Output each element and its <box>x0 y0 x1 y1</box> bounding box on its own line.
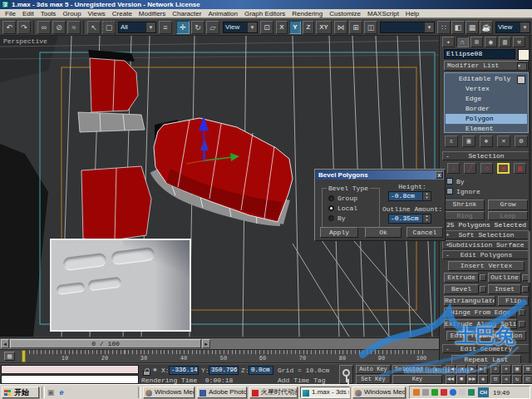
menu-create[interactable]: Create <box>109 10 135 17</box>
menu-edit[interactable]: Edit <box>19 10 37 17</box>
flip-button[interactable]: Flip <box>498 296 529 306</box>
extrude-button[interactable]: Extrude <box>444 273 479 283</box>
radio-local[interactable] <box>328 205 334 211</box>
menu-modifiers[interactable]: Modifiers <box>135 10 169 17</box>
hinge-from-edge-button[interactable]: Hinge From Edge <box>444 308 517 318</box>
title-bar[interactable]: 3 1.max - 3ds max 5 - Unregistered Versi… <box>0 0 532 9</box>
subobject-vertex-icon[interactable]: ∴ <box>447 163 460 174</box>
subobject-edge-icon[interactable]: ╱ <box>464 163 476 174</box>
stack-item-vertex[interactable]: Vertex <box>446 84 527 94</box>
select-and-rotate-icon[interactable]: ↻ <box>191 21 204 34</box>
axis-x-button[interactable]: X <box>276 21 288 34</box>
outline-spinner[interactable]: ▲▼ <box>422 214 431 223</box>
close-icon[interactable]: x <box>436 171 443 179</box>
absolute-offset-icon[interactable]: ◈ <box>153 366 157 373</box>
material-editor-icon[interactable]: ◧ <box>451 21 465 34</box>
maxscript-listener-line[interactable] <box>1 375 139 384</box>
bevel-button[interactable]: Bevel <box>444 284 479 294</box>
layer-manager-icon[interactable]: ◫ <box>364 21 377 34</box>
select-by-name-icon[interactable]: ≡ <box>159 21 172 34</box>
selection-filter-dropdown[interactable]: All▼ <box>118 22 156 33</box>
tray-icon[interactable] <box>422 389 429 396</box>
loop-button[interactable]: Loop <box>488 211 528 220</box>
tab-motion-icon[interactable]: ◉ <box>485 37 497 47</box>
tab-hierarchy-icon[interactable]: ⊞ <box>470 37 483 47</box>
menu-animation[interactable]: Animation <box>204 10 241 17</box>
radio-by-label[interactable]: By <box>337 214 346 222</box>
height-field[interactable]: -0.8cm ▲▼ <box>388 191 431 201</box>
rewind-icon[interactable]: ◄◄ <box>446 375 456 384</box>
menu-graph-editors[interactable]: Graph Editors <box>241 10 288 17</box>
named-selection-sets-dropdown[interactable]: ▼ <box>380 22 435 33</box>
radio-local-label[interactable]: Local <box>337 204 357 212</box>
mirror-icon[interactable]: ⋈ <box>334 21 347 34</box>
previous-frame-icon[interactable]: ◄ <box>1 339 9 348</box>
radio-by-polygon[interactable] <box>328 215 334 221</box>
stack-item-polygon[interactable]: Polygon <box>446 114 527 124</box>
shrink-button[interactable]: Shrink <box>445 200 485 210</box>
zoom-extents-icon[interactable]: ▣ <box>512 365 522 374</box>
subobject-element-icon[interactable]: ▦ <box>514 163 526 174</box>
key-filters-button[interactable]: Key Filters... <box>392 375 442 384</box>
render-scene-icon[interactable]: ▦ <box>466 21 479 34</box>
modifier-toggle-icon[interactable] <box>517 76 525 84</box>
ok-button[interactable]: Ok <box>365 227 401 238</box>
axis-y-button[interactable]: Y <box>289 21 301 34</box>
extrude-along-spline-settings-button[interactable] <box>519 321 525 328</box>
subobject-polygon-icon[interactable]: ■ <box>497 163 510 174</box>
height-spinner[interactable]: ▲▼ <box>422 192 431 200</box>
selected-dropdown[interactable]: Selected ▼ <box>392 365 442 374</box>
schematic-view-icon[interactable]: ∷ <box>437 21 451 34</box>
language-indicator[interactable]: CH <box>478 387 489 397</box>
tray-icon[interactable] <box>468 389 475 396</box>
dialog-title-bar[interactable]: Bevel Polygons <box>316 170 444 180</box>
taskbar-item-photoshop[interactable]: Adobe Photoshop <box>197 387 247 398</box>
scrollbar-thumb[interactable] <box>528 231 530 283</box>
edit-triangulation-button[interactable]: Edit Triangulation <box>446 331 526 341</box>
stack-item-editable-poly[interactable]: Editable Poly <box>446 74 527 84</box>
time-slider[interactable]: ◄ 0 / 100 ► <box>0 337 439 350</box>
time-slider-handle[interactable]: 0 / 100 <box>10 339 201 348</box>
menu-help[interactable]: Help <box>402 10 422 17</box>
add-time-tag[interactable]: Add Time Tag <box>278 377 326 384</box>
inset-button[interactable]: Inset <box>488 284 521 294</box>
axis-xy-button[interactable]: XY <box>316 21 332 34</box>
tab-utilities-icon[interactable]: ⚒ <box>513 37 525 47</box>
stack-item-element[interactable]: Element <box>446 124 527 134</box>
menu-rendering[interactable]: Rendering <box>288 10 326 17</box>
play-animation-icon[interactable]: ► <box>467 365 477 374</box>
stack-item-edge[interactable]: Edge <box>446 94 527 104</box>
next-frame-icon[interactable]: ► <box>202 339 210 348</box>
by-vertex-checkbox[interactable] <box>446 178 453 185</box>
quick-launch-ie-icon[interactable]: e <box>57 388 66 397</box>
zoom-extents-all-icon[interactable]: ⊞ <box>523 365 532 374</box>
tray-icon[interactable] <box>459 389 466 396</box>
remove-modifier-icon[interactable]: ✕ <box>497 135 510 147</box>
taskbar-item-wmp[interactable]: Windows Media P... <box>143 387 195 398</box>
rollout-soft-selection[interactable]: +Soft Selection <box>442 230 530 239</box>
zoom-region-icon[interactable]: ⊡ <box>490 375 500 384</box>
quick-render-icon[interactable]: ☕ <box>480 21 493 34</box>
macro-recorder-line[interactable] <box>1 365 139 374</box>
taskbar-item-huoxing[interactable]: 火星时代动画大... <box>249 387 298 398</box>
auto-key-button[interactable]: Auto Key <box>356 365 391 374</box>
menu-customize[interactable]: Customize <box>326 10 364 17</box>
open-mini-curve-editor-icon[interactable]: ▦ <box>4 352 15 361</box>
go-to-end-icon[interactable]: ►| <box>478 365 488 374</box>
menu-tools[interactable]: Tools <box>37 10 60 17</box>
menu-file[interactable]: File <box>2 10 19 17</box>
tray-icon[interactable] <box>413 389 420 396</box>
rectangular-selection-region-icon[interactable]: ▢ <box>102 21 116 34</box>
bevel-settings-button[interactable] <box>480 286 486 293</box>
apply-button[interactable]: Apply <box>320 227 358 238</box>
tray-icon[interactable] <box>450 389 456 396</box>
rollout-edit-polygons[interactable]: -Edit Polygons <box>442 250 530 259</box>
select-and-move-icon[interactable]: ✛ <box>176 21 190 34</box>
stack-item-border[interactable]: Border <box>446 104 527 114</box>
fast-forward-icon[interactable]: ►► <box>467 375 477 384</box>
ignore-backfacing-checkbox[interactable] <box>446 188 453 195</box>
undo-icon[interactable]: ↶ <box>2 21 16 34</box>
z-coordinate-field[interactable]: 0.0cm <box>249 366 273 375</box>
unlink-selection-icon[interactable]: ⊘ <box>52 21 66 34</box>
inset-settings-button[interactable] <box>522 286 529 293</box>
